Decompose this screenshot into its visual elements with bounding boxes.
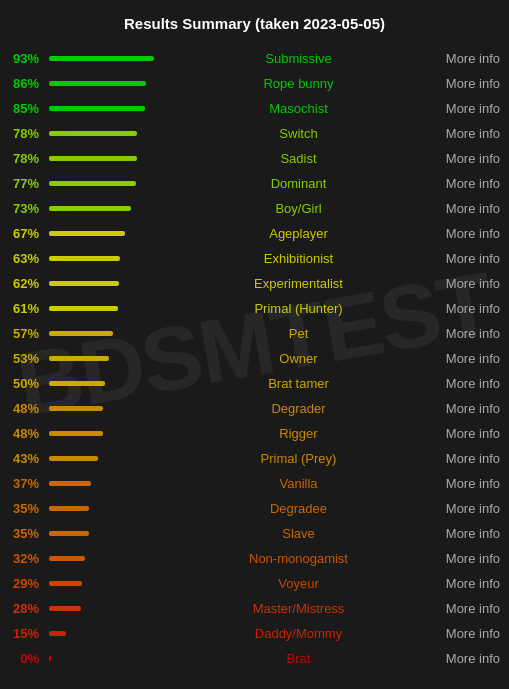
percentage: 85%	[5, 101, 43, 116]
bar	[49, 256, 120, 261]
more-info-link[interactable]: More info	[434, 76, 504, 91]
more-info-link[interactable]: More info	[434, 551, 504, 566]
more-info-link[interactable]: More info	[434, 126, 504, 141]
bar-container	[43, 81, 163, 86]
more-info-link[interactable]: More info	[434, 376, 504, 391]
more-info-link[interactable]: More info	[434, 226, 504, 241]
table-row: 77% Dominant More info	[5, 171, 504, 196]
bar-container	[43, 456, 163, 461]
table-row: 29% Voyeur More info	[5, 571, 504, 596]
percentage: 78%	[5, 151, 43, 166]
bar-container	[43, 106, 163, 111]
table-row: 48% Degrader More info	[5, 396, 504, 421]
page-title: Results Summary (taken 2023-05-05)	[5, 15, 504, 32]
bar-container	[43, 506, 163, 511]
percentage: 35%	[5, 526, 43, 541]
table-row: 15% Daddy/Mommy More info	[5, 621, 504, 646]
bar-container	[43, 531, 163, 536]
more-info-link[interactable]: More info	[434, 251, 504, 266]
bar	[49, 306, 118, 311]
table-row: 35% Slave More info	[5, 521, 504, 546]
bar	[49, 556, 85, 561]
category-label: Non-monogamist	[163, 551, 434, 566]
more-info-link[interactable]: More info	[434, 626, 504, 641]
table-row: 78% Switch More info	[5, 121, 504, 146]
table-row: 86% Rope bunny More info	[5, 71, 504, 96]
percentage: 63%	[5, 251, 43, 266]
bar	[49, 356, 109, 361]
bar	[49, 56, 154, 61]
bar-container	[43, 331, 163, 336]
category-label: Voyeur	[163, 576, 434, 591]
bar	[49, 181, 136, 186]
bar-container	[43, 181, 163, 186]
percentage: 53%	[5, 351, 43, 366]
bar-container	[43, 256, 163, 261]
category-label: Rope bunny	[163, 76, 434, 91]
percentage: 43%	[5, 451, 43, 466]
table-row: 78% Sadist More info	[5, 146, 504, 171]
bar-container	[43, 356, 163, 361]
percentage: 48%	[5, 426, 43, 441]
more-info-link[interactable]: More info	[434, 576, 504, 591]
more-info-link[interactable]: More info	[434, 451, 504, 466]
more-info-link[interactable]: More info	[434, 401, 504, 416]
table-row: 48% Rigger More info	[5, 421, 504, 446]
percentage: 67%	[5, 226, 43, 241]
percentage: 86%	[5, 76, 43, 91]
bar	[49, 231, 125, 236]
more-info-link[interactable]: More info	[434, 51, 504, 66]
bar-container	[43, 131, 163, 136]
category-label: Owner	[163, 351, 434, 366]
more-info-link[interactable]: More info	[434, 501, 504, 516]
table-row: 85% Masochist More info	[5, 96, 504, 121]
category-label: Slave	[163, 526, 434, 541]
percentage: 61%	[5, 301, 43, 316]
more-info-link[interactable]: More info	[434, 351, 504, 366]
more-info-link[interactable]: More info	[434, 601, 504, 616]
table-row: 43% Primal (Prey) More info	[5, 446, 504, 471]
percentage: 35%	[5, 501, 43, 516]
category-label: Degrader	[163, 401, 434, 416]
bar	[49, 206, 131, 211]
percentage: 62%	[5, 276, 43, 291]
bar-container	[43, 156, 163, 161]
bar-container	[43, 56, 163, 61]
more-info-link[interactable]: More info	[434, 101, 504, 116]
bar	[49, 81, 146, 86]
more-info-link[interactable]: More info	[434, 151, 504, 166]
more-info-link[interactable]: More info	[434, 651, 504, 666]
category-label: Degradee	[163, 501, 434, 516]
category-label: Experimentalist	[163, 276, 434, 291]
bar-container	[43, 556, 163, 561]
percentage: 32%	[5, 551, 43, 566]
table-row: 62% Experimentalist More info	[5, 271, 504, 296]
bar-container	[43, 406, 163, 411]
more-info-link[interactable]: More info	[434, 326, 504, 341]
table-row: 32% Non-monogamist More info	[5, 546, 504, 571]
more-info-link[interactable]: More info	[434, 301, 504, 316]
table-row: 67% Ageplayer More info	[5, 221, 504, 246]
bar-container	[43, 306, 163, 311]
more-info-link[interactable]: More info	[434, 476, 504, 491]
bar	[49, 606, 81, 611]
more-info-link[interactable]: More info	[434, 426, 504, 441]
more-info-link[interactable]: More info	[434, 276, 504, 291]
more-info-link[interactable]: More info	[434, 201, 504, 216]
more-info-link[interactable]: More info	[434, 176, 504, 191]
bar	[49, 431, 103, 436]
table-row: 35% Degradee More info	[5, 496, 504, 521]
percentage: 77%	[5, 176, 43, 191]
percentage: 93%	[5, 51, 43, 66]
percentage: 57%	[5, 326, 43, 341]
category-label: Ageplayer	[163, 226, 434, 241]
category-label: Master/Mistress	[163, 601, 434, 616]
percentage: 48%	[5, 401, 43, 416]
table-row: 57% Pet More info	[5, 321, 504, 346]
bar-container	[43, 606, 163, 611]
bar	[49, 106, 145, 111]
bar	[49, 406, 103, 411]
table-row: 53% Owner More info	[5, 346, 504, 371]
more-info-link[interactable]: More info	[434, 526, 504, 541]
category-label: Primal (Hunter)	[163, 301, 434, 316]
